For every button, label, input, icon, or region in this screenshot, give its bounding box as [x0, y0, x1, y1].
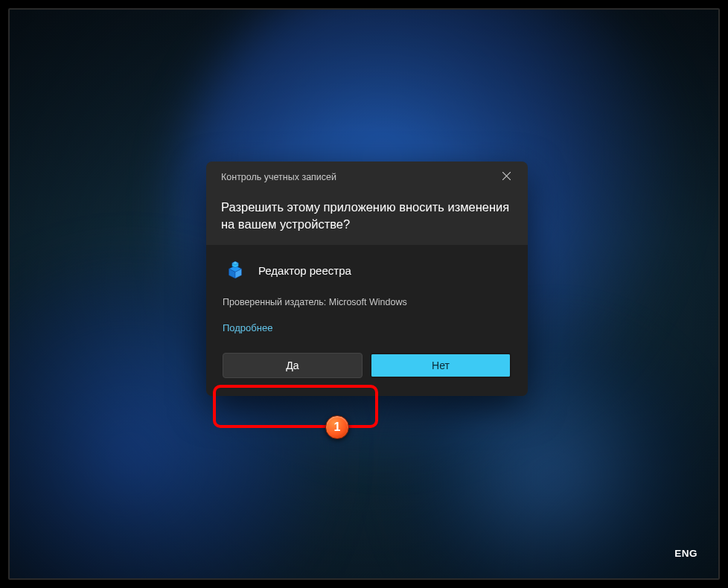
- dialog-titlebar: Контроль учетных записей: [206, 162, 528, 191]
- uac-prompt-text: Разрешить этому приложению вносить измен…: [206, 191, 528, 245]
- uac-dialog: Контроль учетных записей Разрешить этому…: [206, 162, 528, 396]
- publisher-info: Проверенный издатель: Microsoft Windows: [223, 294, 511, 321]
- show-more-link[interactable]: Подробнее: [223, 322, 272, 348]
- no-button[interactable]: Нет: [370, 353, 511, 378]
- desktop-frame: Контроль учетных записей Разрешить этому…: [8, 8, 720, 580]
- button-row: Да Нет: [223, 348, 511, 383]
- yes-button-label: Да: [286, 359, 298, 371]
- no-button-label: Нет: [432, 359, 450, 371]
- app-name: Редактор реестра: [258, 264, 351, 277]
- dialog-title: Контроль учетных записей: [221, 172, 336, 182]
- close-icon: [502, 172, 511, 182]
- regedit-icon: [223, 258, 248, 284]
- annotation-step-number: 1: [334, 421, 341, 434]
- dialog-body: Редактор реестра Проверенный издатель: M…: [206, 245, 528, 396]
- app-row: Редактор реестра: [223, 255, 511, 294]
- annotation-step-badge: 1: [325, 415, 349, 439]
- language-indicator[interactable]: ENG: [674, 548, 697, 559]
- yes-button[interactable]: Да: [223, 353, 363, 378]
- close-button[interactable]: [491, 166, 522, 188]
